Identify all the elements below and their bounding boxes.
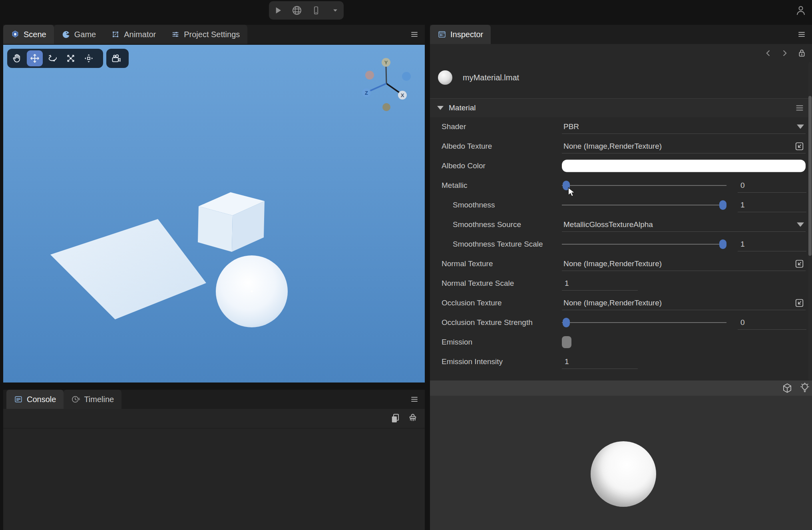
material-menu-button[interactable] <box>794 103 805 113</box>
tab-scene[interactable]: Scene <box>3 25 54 44</box>
move-tool-button[interactable] <box>27 50 43 66</box>
slider-track[interactable] <box>562 205 726 205</box>
clear-broom-icon <box>407 413 418 424</box>
console-tabbar: Console Timeline <box>3 390 425 409</box>
tab-label: Scene <box>24 30 46 39</box>
axis-gizmo[interactable]: Y Z X <box>355 53 419 117</box>
preview-shape-button[interactable] <box>782 383 793 394</box>
playback-options-button[interactable] <box>329 4 341 16</box>
slider-knob[interactable] <box>719 200 726 210</box>
scene-viewport[interactable]: Y Z X <box>3 45 425 383</box>
tab-animator[interactable]: Animator <box>103 25 163 44</box>
slider-value-input[interactable]: 1 <box>738 198 806 212</box>
pick-asset-button[interactable] <box>794 297 805 308</box>
game-icon <box>62 30 70 39</box>
tab-console[interactable]: Console <box>6 390 64 409</box>
pick-asset-icon <box>794 258 805 269</box>
lock-inspector-button[interactable] <box>796 48 807 59</box>
slider-knob[interactable] <box>719 239 726 249</box>
material-preview[interactable] <box>430 396 812 530</box>
move-icon <box>30 53 40 64</box>
property-label: Metallic <box>442 181 467 190</box>
smoothness-source-dropdown[interactable]: MetallicGlossTextureAlpha <box>562 215 806 234</box>
web-preview-button[interactable] <box>291 4 303 16</box>
material-section-header[interactable]: Material <box>430 98 812 117</box>
albedo-texture-field[interactable]: None (Image,RenderTexture) <box>562 136 806 156</box>
transform-toolbar <box>7 49 103 68</box>
history-forward-button[interactable] <box>779 48 790 59</box>
menu-icon <box>794 103 805 113</box>
camera-view-button[interactable] <box>108 50 124 66</box>
axis-y-label: Y <box>384 60 388 66</box>
property-row-shader: Shader PBR <box>430 117 812 136</box>
occlusion-strength-slider: 0 <box>562 313 806 332</box>
material-properties: Shader PBR Albedo Texture None (Image,Re… <box>430 117 812 381</box>
device-preview-button[interactable] <box>310 4 322 16</box>
number-input[interactable]: 1 <box>562 276 638 291</box>
normal-texture-field[interactable]: None (Image,RenderTexture) <box>562 254 806 273</box>
tab-label: Inspector <box>450 30 483 39</box>
console-toolbar <box>389 412 419 425</box>
property-label: Occlusion Texture Strength <box>442 318 533 327</box>
property-label: Smoothness <box>453 201 495 209</box>
collapse-triangle-icon[interactable] <box>437 106 444 110</box>
lightbulb-icon <box>799 383 810 394</box>
property-row-smoothness-texture-scale: Smoothness Texture Scale 1 <box>430 234 812 254</box>
axis-neg-x-handle[interactable] <box>365 71 374 80</box>
axis-neg-z-handle[interactable] <box>402 72 411 81</box>
rect-gizmo-tool-button[interactable] <box>81 50 97 66</box>
console-icon <box>14 395 23 404</box>
inspector-icon <box>438 30 446 39</box>
clock-icon <box>71 395 80 404</box>
scrollbar-thumb[interactable] <box>808 96 812 256</box>
inspector-panel-menu-button[interactable] <box>797 25 806 44</box>
slider-knob[interactable] <box>563 318 570 327</box>
scene-panel-menu-button[interactable] <box>410 25 419 44</box>
slider-value-input[interactable]: 0 <box>738 315 806 330</box>
texture-value: None (Image,RenderTexture) <box>563 259 662 268</box>
sphere-highlight <box>251 291 253 293</box>
dropdown-value: PBR <box>563 122 579 131</box>
tab-game[interactable]: Game <box>54 25 103 44</box>
emission-checkbox[interactable] <box>562 336 571 348</box>
property-label: Smoothness Source <box>453 220 521 229</box>
preview-light-button[interactable] <box>799 383 810 394</box>
tab-project-settings[interactable]: Project Settings <box>163 25 247 44</box>
property-row-smoothness: Smoothness 1 <box>430 195 812 215</box>
shader-dropdown[interactable]: PBR <box>562 117 806 136</box>
slider-value-input[interactable]: 0 <box>738 178 806 193</box>
tab-label: Timeline <box>84 395 114 404</box>
albedo-color-swatch[interactable] <box>562 159 806 172</box>
console-panel-menu-button[interactable] <box>410 390 419 409</box>
slider-value-input[interactable]: 1 <box>738 237 806 251</box>
sliders-icon <box>171 30 180 39</box>
rotate-tool-button[interactable] <box>45 50 61 66</box>
occlusion-texture-field[interactable]: None (Image,RenderTexture) <box>562 293 806 313</box>
tab-inspector[interactable]: Inspector <box>430 25 491 44</box>
slider-knob[interactable] <box>563 181 570 190</box>
tab-timeline[interactable]: Timeline <box>64 390 121 409</box>
property-row-emission-intensity: Emission Intensity 1 <box>430 352 812 371</box>
chevron-down-icon <box>332 7 339 14</box>
number-input[interactable]: 1 <box>562 355 638 369</box>
pick-asset-button[interactable] <box>794 258 805 269</box>
plane-object[interactable] <box>50 219 206 319</box>
pick-asset-button[interactable] <box>794 141 805 151</box>
metallic-slider: 0 <box>562 175 806 195</box>
scale-tool-button[interactable] <box>63 50 79 66</box>
pan-tool-button[interactable] <box>9 50 25 66</box>
history-back-button[interactable] <box>762 48 774 59</box>
smoothness-slider: 1 <box>562 195 806 215</box>
play-button[interactable] <box>272 4 284 16</box>
scale-icon <box>66 53 76 64</box>
section-title: Material <box>449 104 476 112</box>
axis-neg-y-handle[interactable] <box>382 103 390 111</box>
user-account-button[interactable] <box>794 4 807 17</box>
slider-track[interactable] <box>562 244 726 245</box>
slider-track[interactable] <box>562 185 726 186</box>
user-icon <box>795 4 807 16</box>
copy-log-button[interactable] <box>389 412 402 425</box>
clear-log-button[interactable] <box>406 412 419 425</box>
property-row-smoothness-source: Smoothness Source MetallicGlossTextureAl… <box>430 215 812 234</box>
slider-track[interactable] <box>562 322 726 323</box>
